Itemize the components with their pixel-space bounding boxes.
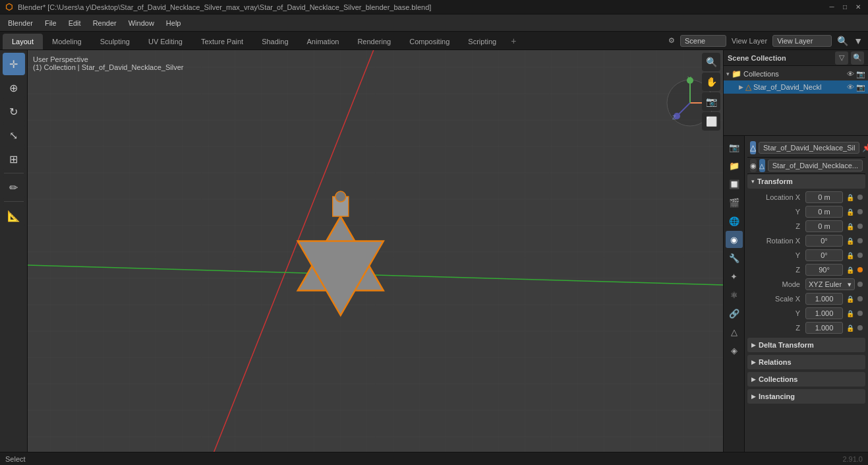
3d-viewport[interactable]: ◉ Object Mode ▾ View Select Add Object ⊙… <box>28 50 723 465</box>
rotation-y-lock[interactable]: 🔒 <box>846 251 855 260</box>
location-y-value[interactable]: 0 m <box>805 206 843 218</box>
scale-tool-button[interactable]: ⤡ <box>3 124 25 146</box>
move-tool-button[interactable]: ⊕ <box>3 77 25 99</box>
close-button[interactable]: ✕ <box>854 3 863 12</box>
particles-properties-button[interactable]: ✦ <box>726 268 743 285</box>
rotation-x-lock[interactable]: 🔒 <box>846 236 855 245</box>
collection-visibility-icon[interactable]: 👁 <box>847 70 854 78</box>
scale-z-value[interactable]: 1.000 <box>805 322 843 334</box>
menu-blender[interactable]: Blender <box>3 18 38 28</box>
tab-sculpting[interactable]: Sculpting <box>91 34 139 49</box>
location-y-label: Y <box>750 208 803 216</box>
output-properties-button[interactable]: 📁 <box>726 157 743 174</box>
modifier-properties-button[interactable]: 🔧 <box>726 249 743 266</box>
pin-icon[interactable]: 📌 <box>862 143 868 152</box>
collections-header[interactable]: ▶ Collections <box>747 372 865 387</box>
tab-modeling[interactable]: Modeling <box>43 34 91 49</box>
object-properties-button[interactable]: ◉ <box>726 231 743 248</box>
material-properties-button[interactable]: ◈ <box>726 342 743 359</box>
zoom-to-fit-button[interactable]: 🔍 <box>702 53 720 71</box>
scale-y-value[interactable]: 1.000 <box>805 307 843 319</box>
outliner-object-row[interactable]: ▶ △ Star_of_David_Neckl 👁 📷 <box>724 80 868 94</box>
tab-rendering[interactable]: Rendering <box>348 34 400 49</box>
cursor-tool-button[interactable]: ✛ <box>3 53 25 75</box>
view-layer-input[interactable] <box>772 35 832 47</box>
filter-icon[interactable]: ▼ <box>854 36 863 46</box>
rotate-tool-button[interactable]: ↻ <box>3 100 25 123</box>
transform-section-header[interactable]: ▾ Transform <box>747 174 865 189</box>
search-icon[interactable]: 🔍 <box>837 36 848 46</box>
scale-y-dot <box>857 311 863 316</box>
rotation-x-value[interactable]: 0° <box>805 235 843 247</box>
object-visibility-icon[interactable]: 👁 <box>847 83 854 91</box>
scene-properties-button[interactable]: 🎬 <box>726 194 743 211</box>
location-z-lock[interactable]: 🔒 <box>846 222 855 231</box>
menu-window[interactable]: Window <box>123 18 159 28</box>
world-properties-button[interactable]: 🌐 <box>726 212 743 230</box>
rotation-z-lock[interactable]: 🔒 <box>846 265 855 274</box>
status-bar: Select 2.91.0 <box>0 452 868 465</box>
mesh-name-field[interactable]: Star_of_David_Necklace... <box>768 160 863 171</box>
scale-x-lock[interactable]: 🔒 <box>846 294 855 303</box>
relations-header[interactable]: ▶ Relations <box>747 355 865 369</box>
menu-file[interactable]: File <box>40 18 62 28</box>
scene-input[interactable] <box>680 35 726 47</box>
tab-shading[interactable]: Shading <box>252 34 297 49</box>
location-x-value[interactable]: 0 m <box>805 191 843 203</box>
rotation-x-dot <box>857 238 863 243</box>
measure-tool-button[interactable]: 📐 <box>3 204 25 227</box>
properties-content: △ Star_of_David_Necklace_Sil 📌 ◉ △ Star_… <box>745 136 868 465</box>
add-workspace-button[interactable]: + <box>506 32 521 49</box>
annotate-tool-button[interactable]: ✏ <box>3 176 25 199</box>
tab-layout[interactable]: Layout <box>3 34 43 49</box>
maximize-button[interactable]: □ <box>840 3 850 12</box>
instancing-header[interactable]: ▶ Instancing <box>747 389 865 404</box>
location-z-label: Z <box>750 222 803 230</box>
outliner-search-button[interactable]: 🔍 <box>851 51 864 65</box>
camera-button[interactable]: 📷 <box>702 92 720 111</box>
physics-properties-button[interactable]: ⚛ <box>726 286 743 303</box>
tab-texture-paint[interactable]: Texture Paint <box>192 34 252 49</box>
menu-edit[interactable]: Edit <box>63 18 86 28</box>
tab-scripting[interactable]: Scripting <box>459 34 506 49</box>
rotation-y-value[interactable]: 0° <box>805 249 843 261</box>
tab-animation[interactable]: Animation <box>298 34 349 49</box>
rotation-x-label: Rotation X <box>750 237 803 245</box>
location-y-lock[interactable]: 🔒 <box>846 207 855 216</box>
viewport-canvas <box>28 50 723 465</box>
ortho-button[interactable]: ⬜ <box>702 112 720 131</box>
scale-y-lock[interactable]: 🔒 <box>846 309 855 318</box>
rotation-mode-select[interactable]: XYZ Euler ▾ <box>805 278 855 290</box>
object-data-header: △ Star_of_David_Necklace_Sil 📌 <box>747 139 865 158</box>
menubar: Blender File Edit Render Window Help <box>0 15 868 32</box>
outliner-filter-button[interactable]: ▽ <box>835 51 848 65</box>
scale-z-label: Z <box>750 324 803 332</box>
transform-tool-button[interactable]: ⊞ <box>3 148 25 170</box>
object-name-field[interactable]: Star_of_David_Necklace_Sil <box>759 142 859 154</box>
pan-button[interactable]: ✋ <box>702 73 720 91</box>
tab-uv-editing[interactable]: UV Editing <box>139 34 192 49</box>
collections-arrow: ▶ <box>751 376 756 383</box>
constraints-properties-button[interactable]: 🔗 <box>726 305 743 322</box>
view-layer-properties-button[interactable]: 🔲 <box>726 175 743 193</box>
outliner-collection-row[interactable]: ▾ 📁 Collections 👁 📷 <box>724 67 868 80</box>
scale-x-value[interactable]: 1.000 <box>805 293 843 305</box>
tab-compositing[interactable]: Compositing <box>400 34 459 49</box>
location-z-value[interactable]: 0 m <box>805 220 843 232</box>
data-properties-button[interactable]: △ <box>726 323 743 340</box>
location-x-lock[interactable]: 🔒 <box>846 193 855 202</box>
render-properties-button[interactable]: 📷 <box>726 139 743 156</box>
menu-render[interactable]: Render <box>88 18 122 28</box>
scale-z-lock[interactable]: 🔒 <box>846 323 855 332</box>
minimize-button[interactable]: ─ <box>827 3 836 12</box>
rotation-z-value[interactable]: 90° <box>805 264 843 276</box>
rotation-y-row: Y 0° 🔒 <box>747 248 865 263</box>
version-label: 2.91.0 <box>842 455 863 463</box>
rotation-z-label: Z <box>750 266 803 274</box>
menu-help[interactable]: Help <box>161 18 187 28</box>
rotation-y-dot <box>857 253 863 258</box>
object-render-icon[interactable]: 📷 <box>856 83 865 92</box>
location-x-dot <box>857 195 863 200</box>
collection-render-icon[interactable]: 📷 <box>856 70 865 78</box>
delta-transform-header[interactable]: ▶ Delta Transform <box>747 338 865 352</box>
